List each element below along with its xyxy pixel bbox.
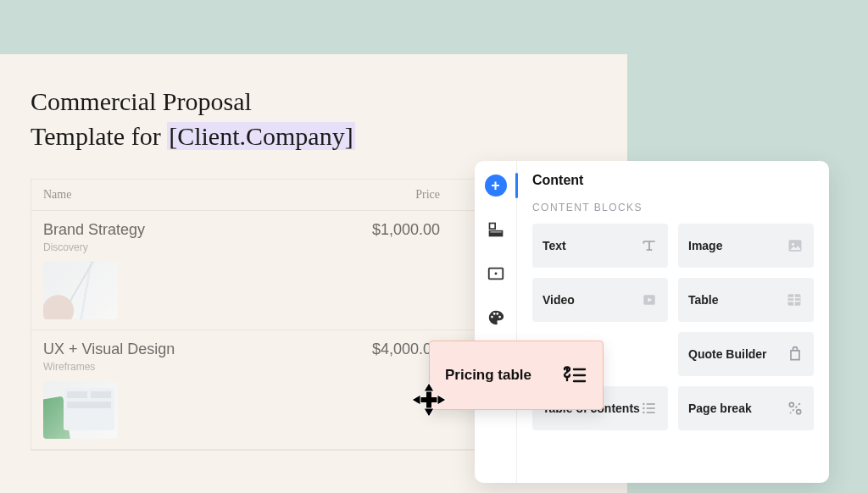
rail-variables[interactable] <box>475 259 517 288</box>
svg-point-13 <box>797 410 801 414</box>
svg-point-11 <box>643 412 644 413</box>
col-name: Name <box>31 180 308 210</box>
block-label: Page break <box>688 402 752 415</box>
block-page-break[interactable]: Page break <box>678 386 814 430</box>
svg-point-4 <box>494 273 497 275</box>
svg-rect-1 <box>489 231 502 234</box>
plus-icon: + <box>485 174 507 197</box>
drag-label: Pricing table <box>445 367 531 384</box>
svg-point-6 <box>792 243 794 246</box>
quote-builder-icon <box>787 346 804 363</box>
block-label: Quote Builder <box>688 347 767 361</box>
pricing-table-icon <box>562 364 587 386</box>
move-cursor-icon <box>410 381 448 418</box>
table-icon <box>785 291 804 308</box>
panel-title: Content <box>532 173 814 188</box>
svg-rect-0 <box>489 224 495 230</box>
svg-point-12 <box>789 402 793 407</box>
document-title: Commercial Proposal Template for [Client… <box>31 85 597 153</box>
row-thumbnail <box>43 262 118 319</box>
toc-icon <box>641 400 658 417</box>
col-price: Price <box>308 180 452 210</box>
block-video[interactable]: Video <box>532 278 668 322</box>
layout-icon <box>487 221 504 238</box>
brackets-icon <box>487 264 505 283</box>
title-line-1: Commercial Proposal <box>31 87 252 115</box>
block-image[interactable]: Image <box>678 224 814 268</box>
image-icon <box>787 237 804 254</box>
rail-design[interactable] <box>475 303 517 332</box>
stage: Commercial Proposal Template for [Client… <box>0 0 868 493</box>
block-quote-builder[interactable]: Quote Builder <box>678 332 814 376</box>
panel-body: Content CONTENT BLOCKS Text Image Video … <box>517 161 829 483</box>
row-name: Brand Strategy <box>43 221 296 239</box>
svg-rect-2 <box>489 235 502 236</box>
dragging-block-pricing-table[interactable]: Pricing table <box>429 341 604 410</box>
section-label: CONTENT BLOCKS <box>532 202 814 213</box>
row-price: $1,000.00 <box>308 211 452 330</box>
text-icon <box>641 237 658 254</box>
block-label: Text <box>542 239 566 252</box>
block-label: Video <box>542 293 575 307</box>
row-subtitle: Wireframes <box>43 361 296 373</box>
svg-rect-19 <box>419 397 439 402</box>
merge-field-client-company[interactable]: [Client.Company] <box>167 122 354 150</box>
title-prefix: Template for <box>31 122 167 150</box>
row-thumbnail <box>43 381 118 439</box>
svg-point-9 <box>643 403 644 405</box>
page-break-icon <box>787 400 804 417</box>
content-panel: + Content CONTENT BLOCKS Text Image <box>475 161 829 483</box>
svg-point-10 <box>643 407 644 409</box>
block-table[interactable]: Table <box>678 278 814 322</box>
rail-add[interactable]: + <box>475 171 517 200</box>
palette-icon <box>487 308 505 327</box>
rail-layout[interactable] <box>475 215 517 244</box>
row-subtitle: Discovery <box>43 241 296 253</box>
row-name: UX + Visual Design <box>43 341 296 358</box>
block-label: Table <box>688 293 719 307</box>
block-label: Image <box>688 239 722 252</box>
panel-rail: + <box>475 161 517 483</box>
block-text[interactable]: Text <box>532 224 668 268</box>
video-icon <box>641 291 658 308</box>
